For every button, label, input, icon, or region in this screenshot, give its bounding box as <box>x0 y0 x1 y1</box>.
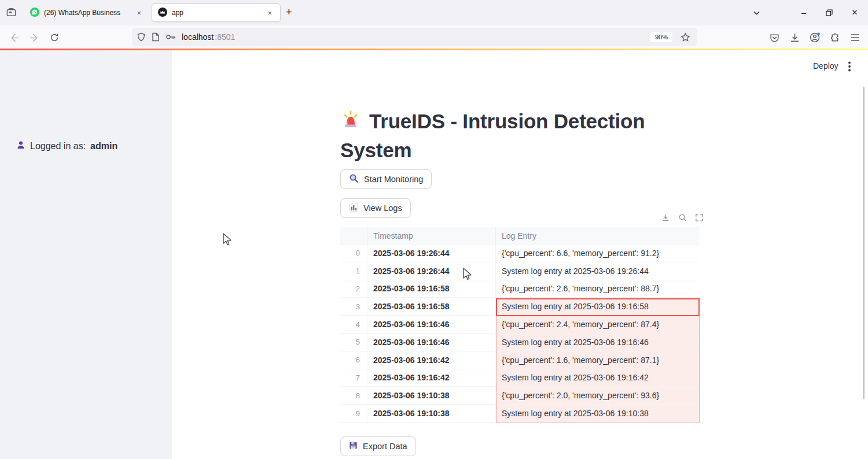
button-label: Start Monitoring <box>364 175 423 184</box>
url-bar[interactable]: localhost:8501 90% <box>132 28 697 46</box>
table-row[interactable]: 92025-03-06 19:10:38System log entry at … <box>340 405 700 423</box>
tab-app[interactable]: app × <box>152 3 281 22</box>
table-cell[interactable]: 9 <box>340 405 367 423</box>
table-cell[interactable]: 2025-03-06 19:26:44 <box>367 245 496 262</box>
new-tab-button[interactable]: + <box>286 6 292 18</box>
table-row[interactable]: 12025-03-06 19:26:44System log entry at … <box>340 262 700 280</box>
table-cell[interactable]: System log entry at 2025-03-06 19:16:58 <box>496 298 700 316</box>
table-search-icon[interactable] <box>676 212 688 223</box>
log-table[interactable]: Timestamp Log Entry 02025-03-06 19:26:44… <box>340 227 700 423</box>
table-cell[interactable]: 2025-03-06 19:10:38 <box>367 405 496 423</box>
url-host: localhost <box>182 32 214 42</box>
shield-icon[interactable] <box>137 32 146 42</box>
table-cell[interactable]: System log entry at 2025-03-06 19:16:42 <box>496 369 700 387</box>
scrollbar-thumb[interactable] <box>863 87 865 399</box>
forward-icon[interactable] <box>27 31 41 45</box>
tab-list-chevron-icon[interactable] <box>748 5 765 21</box>
tab-close-icon[interactable]: × <box>265 8 274 18</box>
kebab-icon[interactable] <box>843 60 856 73</box>
browser-titlebar: (26) WhatsApp Business × app × + – × <box>0 0 868 25</box>
window-close-button[interactable]: × <box>846 5 863 21</box>
table-cell[interactable]: 2025-03-06 19:16:46 <box>367 316 496 334</box>
table-cell[interactable]: System log entry at 2025-03-06 19:26:44 <box>496 262 700 280</box>
table-cell[interactable]: 2025-03-06 19:26:44 <box>367 262 496 280</box>
url-port: :8501 <box>215 32 235 42</box>
table-cell[interactable]: 2 <box>340 280 367 298</box>
firefox-view-icon[interactable] <box>6 7 17 18</box>
account-icon[interactable] <box>808 31 822 45</box>
tab-whatsapp[interactable]: (26) WhatsApp Business × <box>24 3 149 22</box>
table-row[interactable]: 72025-03-06 19:16:42System log entry at … <box>340 369 700 387</box>
table-row[interactable]: 02025-03-06 19:26:44{'cpu_percent': 6.6,… <box>340 245 700 262</box>
login-user: admin <box>90 141 117 151</box>
window-restore-button[interactable] <box>821 5 838 21</box>
table-header-row: Timestamp Log Entry <box>340 227 700 245</box>
bar-chart-icon <box>349 203 358 214</box>
table-download-icon[interactable] <box>660 212 671 223</box>
button-label: View Logs <box>363 203 402 213</box>
star-icon[interactable] <box>681 32 690 42</box>
table-row[interactable]: 52025-03-06 19:16:46System log entry at … <box>340 334 700 351</box>
page-icon[interactable] <box>152 32 160 42</box>
table-cell[interactable]: 8 <box>340 387 367 405</box>
extensions-icon[interactable] <box>828 31 842 45</box>
reload-icon[interactable] <box>47 31 61 45</box>
pocket-icon[interactable] <box>767 31 781 45</box>
table-cell[interactable]: 2025-03-06 19:16:42 <box>367 369 496 387</box>
header-log-entry[interactable]: Log Entry <box>496 227 700 245</box>
table-cell[interactable]: 5 <box>340 334 367 351</box>
window-minimize-button[interactable]: – <box>795 5 812 21</box>
table-cell[interactable]: 0 <box>340 245 367 262</box>
table-fullscreen-icon[interactable] <box>693 212 705 223</box>
table-row[interactable]: 22025-03-06 19:16:58{'cpu_percent': 2.6,… <box>340 280 700 298</box>
table-cell[interactable]: {'cpu_percent': 1.6, 'memory_percent': 8… <box>496 351 700 369</box>
table-cell[interactable]: 2025-03-06 19:16:46 <box>367 334 496 351</box>
table-cell[interactable]: {'cpu_percent': 2.6, 'memory_percent': 8… <box>496 280 700 298</box>
table-row[interactable]: 32025-03-06 19:16:58System log entry at … <box>340 298 700 316</box>
zoom-level-badge[interactable]: 90% <box>650 32 672 42</box>
table-cell[interactable]: 4 <box>340 316 367 334</box>
table-cell[interactable]: 2025-03-06 19:16:58 <box>367 298 496 316</box>
back-icon[interactable] <box>7 31 21 45</box>
login-status: Logged in as: admin <box>16 140 117 152</box>
sidebar: Logged in as: admin <box>0 50 172 459</box>
app-icon <box>158 8 167 18</box>
save-icon <box>349 441 358 451</box>
tab-title: (26) WhatsApp Business <box>44 9 120 17</box>
table-cell[interactable]: 2025-03-06 19:16:58 <box>367 280 496 298</box>
start-monitoring-button[interactable]: Start Monitoring <box>340 169 432 189</box>
siren-icon <box>340 109 361 136</box>
user-icon <box>16 140 25 152</box>
table-cell[interactable]: System log entry at 2025-03-06 19:10:38 <box>496 405 700 423</box>
table-row[interactable]: 62025-03-06 19:16:42{'cpu_percent': 1.6,… <box>340 351 700 369</box>
table-row[interactable]: 42025-03-06 19:16:46{'cpu_percent': 2.4,… <box>340 316 700 334</box>
key-icon[interactable] <box>165 33 176 41</box>
table-cell[interactable]: {'cpu_percent': 2.0, 'memory_percent': 9… <box>496 387 700 405</box>
dataframe-toolbar <box>660 212 705 223</box>
table-cell[interactable]: {'cpu_percent': 2.4, 'memory_percent': 8… <box>496 316 700 334</box>
table-cell[interactable]: 7 <box>340 369 367 387</box>
button-label: Export Data <box>363 442 407 451</box>
table-cell[interactable]: System log entry at 2025-03-06 19:16:46 <box>496 334 700 351</box>
table-cell[interactable]: 1 <box>340 262 367 280</box>
browser-toolbar: localhost:8501 90% <box>0 25 868 49</box>
download-icon[interactable] <box>788 31 801 45</box>
export-data-button[interactable]: Export Data <box>340 436 416 456</box>
whatsapp-icon <box>30 8 39 18</box>
header-index[interactable] <box>340 227 367 245</box>
table-cell[interactable]: 2025-03-06 19:10:38 <box>367 387 496 405</box>
page-title-text: TrueIDS - Intrusion Detection System <box>340 110 645 161</box>
table-cell[interactable]: 2025-03-06 19:16:42 <box>367 351 496 369</box>
table-cell[interactable]: 6 <box>340 351 367 369</box>
menu-icon[interactable] <box>848 31 862 45</box>
table-cell[interactable]: {'cpu_percent': 6.6, 'memory_percent': 9… <box>496 245 700 262</box>
tab-close-icon[interactable]: × <box>134 8 144 18</box>
page-title: TrueIDS - Intrusion Detection System <box>340 108 679 164</box>
view-logs-button[interactable]: View Logs <box>340 198 411 218</box>
header-timestamp[interactable]: Timestamp <box>367 227 496 245</box>
deploy-button[interactable]: Deploy <box>813 61 838 71</box>
table-cell[interactable]: 3 <box>340 298 367 316</box>
table-row[interactable]: 82025-03-06 19:10:38{'cpu_percent': 2.0,… <box>340 387 700 405</box>
search-icon <box>349 173 359 185</box>
tab-title: app <box>172 9 183 17</box>
